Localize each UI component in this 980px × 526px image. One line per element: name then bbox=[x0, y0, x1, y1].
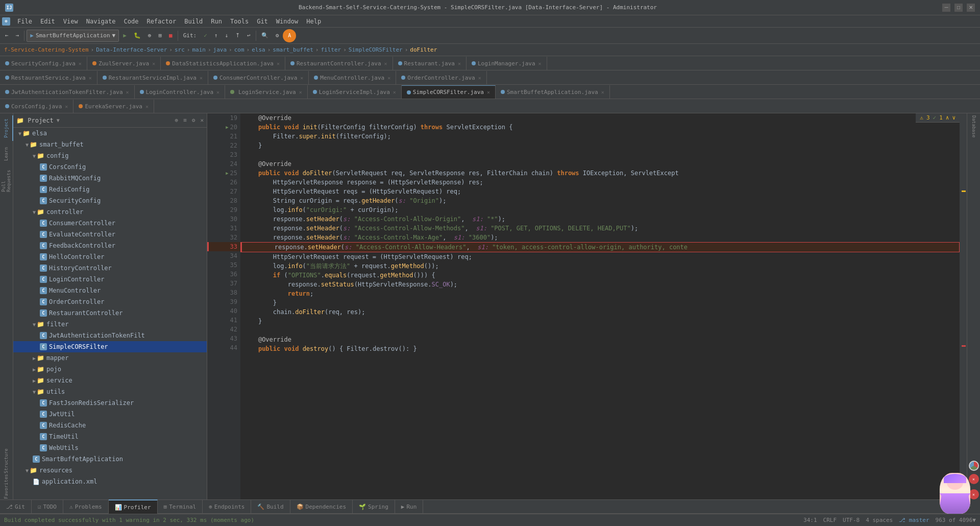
nav-pull-requests[interactable]: Pull Requests bbox=[0, 166, 13, 192]
tree-filter-folder[interactable]: ▼ 📁 filter bbox=[13, 319, 207, 330]
error-badge-2[interactable]: ✕ bbox=[969, 489, 979, 499]
line-content-33[interactable]: response.setHeader(s: "Access-Control-Al… bbox=[242, 243, 959, 252]
tab-close[interactable]: ✕ bbox=[65, 104, 68, 109]
menu-run[interactable]: Run bbox=[207, 17, 226, 26]
sidebar-icon-collapse[interactable]: ≡ bbox=[183, 117, 187, 124]
tab-terminal[interactable]: ⊞ Terminal bbox=[158, 499, 203, 514]
nav-learn[interactable]: Learn bbox=[0, 141, 13, 166]
bc-elsa[interactable]: elsa bbox=[252, 46, 265, 53]
tree-history-ctrl[interactable]: C HistoryController bbox=[13, 262, 207, 274]
tree-login-ctrl[interactable]: C LoginController bbox=[13, 274, 207, 285]
profile-button[interactable]: ⊞ bbox=[155, 29, 165, 42]
bc-method[interactable]: doFilter bbox=[410, 46, 437, 53]
tab-close[interactable]: ✕ bbox=[126, 89, 129, 95]
tree-menu-ctrl[interactable]: C MenuController bbox=[13, 285, 207, 296]
git-update[interactable]: ↓ bbox=[222, 29, 231, 42]
tab-login-svc-impl[interactable]: LoginServiceImpl.java✕ bbox=[308, 85, 402, 99]
tree-time-util[interactable]: C TimeUtil bbox=[13, 431, 207, 442]
tree-simple-cors[interactable]: C SimpleCORSFilter bbox=[13, 341, 207, 352]
nav-favorites[interactable]: Favorites bbox=[0, 474, 13, 499]
tab-restaurant-svc[interactable]: RestaurantService.java✕ bbox=[0, 71, 97, 84]
tab-close[interactable]: ✕ bbox=[384, 61, 387, 66]
tab-restaurant[interactable]: Restaurant.java✕ bbox=[393, 57, 467, 70]
tab-data-stats[interactable]: DataStatisticsApplication.java✕ bbox=[161, 57, 285, 70]
line-content-39[interactable]: } bbox=[240, 298, 960, 307]
error-badge[interactable]: ✕ bbox=[969, 474, 979, 484]
tab-order-ctrl[interactable]: OrderController.java✕ bbox=[396, 71, 486, 84]
tab-security-config[interactable]: SecurityConfig.java✕ bbox=[0, 57, 87, 70]
tab-close[interactable]: ✕ bbox=[458, 61, 461, 66]
tree-feedback-ctrl[interactable]: C FeedbackController bbox=[13, 240, 207, 251]
tab-close[interactable]: ✕ bbox=[478, 75, 481, 81]
tab-close[interactable]: ✕ bbox=[216, 89, 219, 95]
tab-close[interactable]: ✕ bbox=[538, 61, 542, 66]
menu-navigate[interactable]: Navigate bbox=[82, 17, 120, 26]
tab-dependencies[interactable]: 📦 Dependencies bbox=[290, 499, 353, 514]
line-ending[interactable]: CRLF bbox=[823, 517, 837, 523]
tab-simple-cors[interactable]: SimpleCORSFilter.java✕ bbox=[402, 85, 496, 99]
git-check[interactable]: ✓ bbox=[201, 29, 210, 42]
tree-restaurant-ctrl[interactable]: C RestaurantController bbox=[13, 307, 207, 319]
tree-rabbitmq-config[interactable]: C RabbitMQConfig bbox=[13, 173, 207, 184]
line-content-44[interactable]: public void destroy() { Filter.destrov()… bbox=[240, 344, 960, 353]
line-content-21[interactable]: Filter.super.init(filterConfig); bbox=[240, 132, 960, 141]
tab-close[interactable]: ✕ bbox=[393, 89, 396, 95]
tree-redis-cache[interactable]: C RedisCache bbox=[13, 420, 207, 431]
tab-close[interactable]: ✕ bbox=[200, 75, 203, 81]
tree-order-ctrl[interactable]: C OrderController bbox=[13, 296, 207, 307]
toolbar-back[interactable]: ← bbox=[2, 29, 12, 42]
line-content-35[interactable]: log.info("当前请求方法" + request.getMethod())… bbox=[240, 261, 960, 271]
line-content-42[interactable] bbox=[240, 326, 960, 335]
tab-run[interactable]: ▶ Run bbox=[395, 499, 424, 514]
bc-filter[interactable]: filter bbox=[321, 46, 341, 53]
line-content-30[interactable]: response.setHeader(s: "Access-Control-Al… bbox=[240, 214, 960, 224]
tab-login-ctrl[interactable]: LoginController.java✕ bbox=[135, 85, 225, 99]
tab-close[interactable]: ✕ bbox=[89, 75, 92, 81]
tab-close[interactable]: ✕ bbox=[601, 89, 604, 95]
stop-button[interactable]: ■ bbox=[166, 29, 176, 42]
line-content-43[interactable]: @Override bbox=[240, 335, 960, 344]
nav-database[interactable]: Database bbox=[971, 115, 976, 141]
tree-service-folder[interactable]: ▶ 📁 service bbox=[13, 375, 207, 386]
search-everywhere[interactable]: 🔍 bbox=[258, 29, 272, 42]
line-content-20[interactable]: public void init(FilterConfig filterConf… bbox=[240, 123, 960, 132]
tab-restaurant-svc-impl[interactable]: RestaurantServiceImpl.java✕ bbox=[97, 71, 208, 84]
tab-close[interactable]: ✕ bbox=[299, 89, 302, 95]
line-content-40[interactable]: chain.doFilter(req, res); bbox=[240, 307, 960, 317]
tree-cors-config[interactable]: C CorsConfig bbox=[13, 161, 207, 173]
git-fetch[interactable]: ↑ bbox=[211, 29, 221, 42]
tab-close[interactable]: ✕ bbox=[300, 75, 303, 81]
nav-project[interactable]: Project bbox=[0, 115, 13, 141]
line-content-36[interactable]: if ("OPTIONS".equals(request.getMethod()… bbox=[240, 271, 960, 280]
tree-pojo-folder[interactable]: ▶ 📁 pojo bbox=[13, 364, 207, 375]
line-content-22[interactable]: } bbox=[240, 141, 960, 150]
tab-close[interactable]: ✕ bbox=[277, 61, 280, 66]
cursor-position[interactable]: 34:1 bbox=[803, 517, 817, 523]
tab-cors-config[interactable]: CorsConfig.java✕ bbox=[0, 100, 74, 113]
expand-icon[interactable]: ∧ bbox=[946, 114, 949, 121]
tab-menu-ctrl[interactable]: MenuController.java✕ bbox=[309, 71, 396, 84]
tree-application-xml[interactable]: 📄 application.xml bbox=[13, 476, 207, 487]
menu-code[interactable]: Code bbox=[120, 17, 143, 26]
encoding[interactable]: UTF-8 bbox=[843, 517, 860, 523]
tab-eureka-server[interactable]: EurekaServer.java✕ bbox=[74, 100, 154, 113]
bc-java[interactable]: java bbox=[213, 46, 227, 53]
tab-close[interactable]: ✕ bbox=[79, 61, 82, 66]
line-content-41[interactable]: } bbox=[240, 317, 960, 326]
line-content-24[interactable]: @Override bbox=[240, 159, 960, 169]
tab-close[interactable]: ✕ bbox=[387, 75, 390, 81]
menu-file[interactable]: File bbox=[13, 17, 36, 26]
tab-restaurant-ctrl[interactable]: RestaurantController.java✕ bbox=[285, 57, 393, 70]
line-content-26[interactable]: HttpServletResponse response = (HttpServ… bbox=[240, 178, 960, 187]
run-button[interactable]: ▶ bbox=[120, 29, 130, 42]
menu-refactor[interactable]: Refactor bbox=[142, 17, 180, 26]
tree-utils-folder[interactable]: ▼ 📁 utils bbox=[13, 386, 207, 397]
tab-spring[interactable]: 🌱 Spring bbox=[353, 499, 395, 514]
tab-smart-buffet-app[interactable]: SmartBuffetApplication.java✕ bbox=[496, 85, 610, 99]
tab-profiler[interactable]: 📊Profiler bbox=[109, 499, 158, 514]
coverage-button[interactable]: ⊕ bbox=[145, 29, 155, 42]
sidebar-dropdown-arrow[interactable]: ▼ bbox=[57, 117, 60, 123]
tree-smart-buffet[interactable]: ▼ 📁 smart_buffet bbox=[13, 139, 207, 150]
menu-build[interactable]: Build bbox=[180, 17, 207, 26]
line-content-23[interactable] bbox=[240, 150, 960, 159]
